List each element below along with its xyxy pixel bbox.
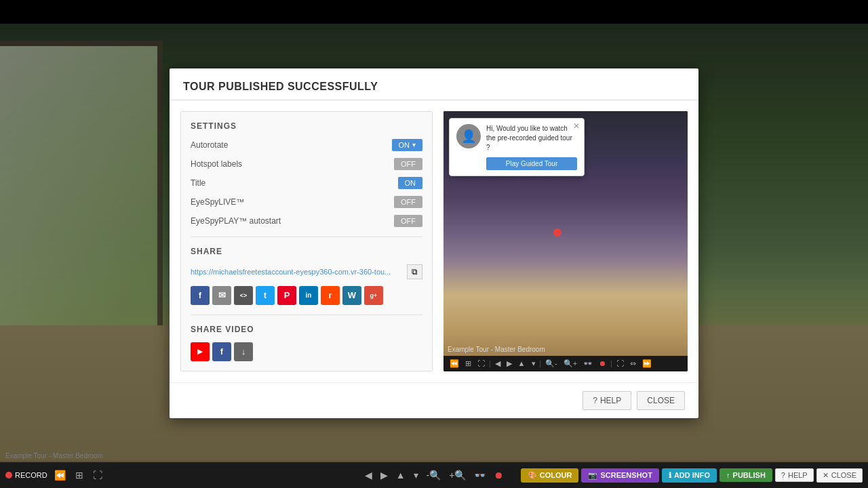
share-url-link[interactable]: https://michaelsfreetestaccount-eyespy36… — [191, 268, 403, 276]
title-toggle[interactable]: ON — [398, 177, 423, 189]
eyespy-live-toggle[interactable]: OFF — [394, 196, 422, 208]
user-icon: 👤 — [461, 129, 476, 144]
share-reddit-button[interactable]: r — [321, 286, 340, 305]
screenshot-button[interactable]: 📷 SCREENSHOT — [581, 468, 658, 483]
close-button[interactable]: CLOSE — [637, 391, 685, 410]
settings-title: SETTINGS — [191, 121, 422, 131]
autorotate-row: Autorotate ON — [191, 139, 422, 151]
screenshot-label: SCREENSHOT — [600, 471, 652, 479]
share-youtube-button[interactable]: ▶ — [191, 342, 210, 361]
video-facebook-icon: f — [220, 346, 223, 357]
divider-2 — [191, 314, 422, 315]
preview-zoom-out-button[interactable]: 🔍- — [543, 359, 559, 369]
preview-share-button[interactable]: ⇔ — [628, 359, 638, 369]
bottom-help-icon: ? — [781, 471, 785, 479]
bottom-help-label: HELP — [788, 471, 808, 479]
share-facebook-button[interactable]: f — [191, 286, 210, 305]
addinfo-button[interactable]: ℹ ADD INFO — [662, 468, 717, 483]
youtube-icon: ▶ — [197, 348, 203, 355]
bottom-toolbar-left: RECORD ⏪ ⊞ ⛶ — [5, 468, 105, 482]
share-twitter-button[interactable]: t — [256, 286, 275, 305]
share-embed-button[interactable]: <> — [234, 286, 253, 305]
reddit-icon: r — [328, 290, 332, 300]
record-button[interactable]: RECORD — [5, 471, 47, 479]
modal-footer: ? HELP CLOSE — [170, 382, 698, 418]
wordpress-icon: W — [348, 290, 356, 300]
bottom-screen-button[interactable]: ⛶ — [90, 468, 105, 482]
bottom-record2-button[interactable]: ⏺ — [491, 468, 506, 482]
preview-record-button[interactable]: ⏺ — [597, 359, 608, 368]
guided-tour-avatar: 👤 — [456, 124, 481, 148]
preview-fullscreen-mini-button[interactable]: ⛶ — [475, 359, 487, 368]
preview-expand-button[interactable]: ⛶ — [614, 359, 626, 368]
publish-button[interactable]: ↑ PUBLISH — [719, 468, 772, 482]
eyespy-play-label: EyeSpyPLAY™ autostart — [191, 216, 281, 226]
bottom-rewind-button[interactable]: ⏪ — [52, 468, 68, 482]
guided-tour-text: Hi, Would you like to watch the pre-reco… — [486, 124, 577, 152]
bottom-vr-button[interactable]: 👓 — [471, 468, 488, 482]
preview-prev-button[interactable]: ◀ — [493, 359, 502, 369]
preview-toolbar: ⏪ ⊞ ⛶ | ◀ ▶ ▲ ▾ | 🔍- 🔍+ 👓 ⏺ | ⛶ ⇔ ⏩ — [443, 356, 688, 371]
download-icon: ↓ — [241, 346, 246, 357]
preview-vr-button[interactable]: 👓 — [581, 359, 595, 369]
eyespy-live-row: EyeSpyLIVE™ OFF — [191, 196, 422, 208]
hotspot-labels-label: Hotspot labels — [191, 159, 242, 169]
preview-grid-button[interactable]: ⊞ — [463, 359, 473, 369]
bottom-play-button[interactable]: ▶ — [378, 468, 391, 482]
help-icon: ? — [593, 396, 597, 405]
share-linkedin-button[interactable]: in — [299, 286, 318, 305]
colour-icon: 🎨 — [528, 471, 537, 480]
modal-title: TOUR PUBLISHED SUCCESSFULLY — [183, 81, 685, 93]
bottom-help-button[interactable]: ? HELP — [775, 468, 814, 482]
preview-label: Example Tour - Master Bedroom — [448, 346, 545, 353]
facebook-icon: f — [199, 290, 201, 300]
bottom-down-button[interactable]: ▾ — [411, 468, 421, 482]
share-icons-row: f ✉ <> t P in — [191, 286, 422, 305]
bottom-zoom-in-button[interactable]: +🔍 — [446, 468, 469, 482]
preview-up-button[interactable]: ▲ — [516, 359, 528, 368]
code-icon: <> — [240, 292, 248, 299]
copy-url-button[interactable]: ⧉ — [407, 264, 422, 279]
share-google-button[interactable]: g+ — [364, 286, 383, 305]
bottom-left-arrow-button[interactable]: ◀ — [362, 468, 375, 482]
preview-forward-button[interactable]: ⏩ — [640, 359, 654, 369]
preview-rewind-button[interactable]: ⏪ — [448, 359, 461, 369]
autorotate-toggle[interactable]: ON — [392, 139, 423, 151]
top-bar — [0, 0, 868, 24]
help-button[interactable]: ? HELP — [583, 391, 631, 410]
share-pinterest-button[interactable]: P — [277, 286, 296, 305]
title-row: Title ON — [191, 177, 422, 189]
modal-body: SETTINGS Autorotate ON Hotspot labels OF… — [170, 100, 698, 382]
linkedin-icon: in — [306, 291, 312, 299]
bottom-zoom-out-button[interactable]: -🔍 — [424, 468, 444, 482]
guided-tour-close-button[interactable]: ✕ — [573, 121, 580, 131]
google-icon: g+ — [370, 292, 378, 299]
share-title: SHARE — [191, 247, 422, 256]
bottom-close-button[interactable]: ✕ CLOSE — [816, 468, 863, 483]
bottom-grid-button[interactable]: ⊞ — [73, 468, 86, 482]
preview-zoom-in-button[interactable]: 🔍+ — [561, 359, 579, 369]
preview-area: 👤 Hi, Would you like to watch the pre-re… — [443, 111, 688, 356]
preview-down-button[interactable]: ▾ — [530, 359, 538, 369]
share-url-row: https://michaelsfreetestaccount-eyespy36… — [191, 264, 422, 279]
pt-sep-2: | — [540, 360, 542, 367]
colour-button[interactable]: 🎨 COLOUR — [521, 468, 579, 483]
email-icon: ✉ — [218, 290, 226, 300]
bottom-toolbar-center: ◀ ▶ ▲ ▾ -🔍 +🔍 👓 ⏺ — [362, 468, 507, 482]
colour-label: COLOUR — [540, 471, 572, 479]
bottom-up-button[interactable]: ▲ — [393, 468, 408, 482]
share-video-facebook-button[interactable]: f — [212, 342, 231, 361]
play-guided-tour-button[interactable]: Play Guided Tour — [486, 157, 577, 170]
share-wordpress-button[interactable]: W — [342, 286, 361, 305]
share-email-button[interactable]: ✉ — [212, 286, 231, 305]
modal-header: TOUR PUBLISHED SUCCESSFULLY — [170, 68, 698, 100]
twitter-icon: t — [264, 290, 267, 300]
download-video-button[interactable]: ↓ — [234, 342, 253, 361]
preview-play-button[interactable]: ▶ — [505, 359, 514, 369]
hotspot-labels-toggle[interactable]: OFF — [394, 158, 422, 170]
title-label: Title — [191, 178, 205, 188]
eyespy-play-toggle[interactable]: OFF — [394, 215, 422, 227]
modal-overlay: TOUR PUBLISHED SUCCESSFULLY SETTINGS Aut… — [0, 24, 868, 462]
help-label: HELP — [600, 396, 621, 405]
bottom-toolbar: RECORD ⏪ ⊞ ⛶ ◀ ▶ ▲ ▾ -🔍 +🔍 👓 ⏺ 🎨 COLOUR … — [0, 462, 868, 488]
